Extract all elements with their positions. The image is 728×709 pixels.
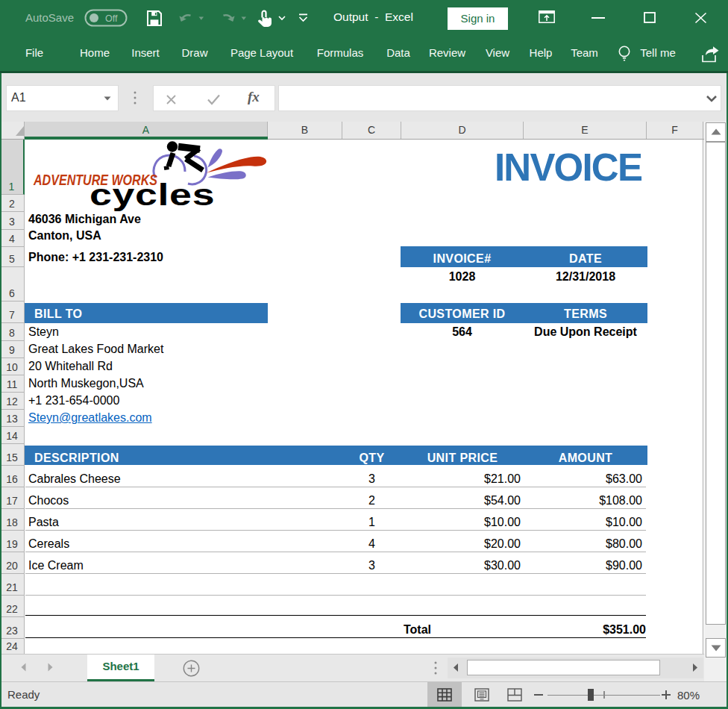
svg-text:cycles: cycles bbox=[90, 178, 215, 211]
svg-text:Off: Off bbox=[105, 13, 118, 24]
